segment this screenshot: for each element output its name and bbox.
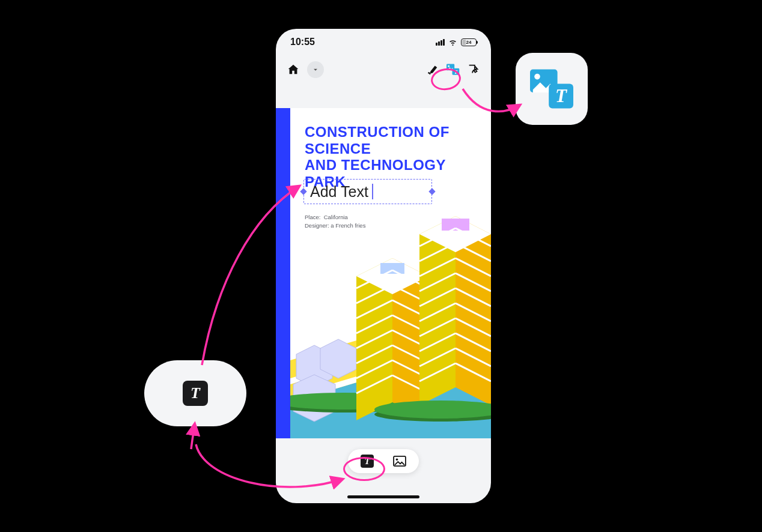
- chevron-down-icon: [311, 65, 320, 74]
- callout-image-text-tool: T: [516, 53, 588, 125]
- callout-text-tool: T: [144, 360, 246, 426]
- status-indicators: 24: [436, 38, 477, 46]
- wifi-icon: [448, 38, 458, 46]
- text-cursor: [372, 184, 373, 199]
- home-indicator: [347, 495, 419, 498]
- tool-segment: T: [348, 449, 419, 473]
- document-canvas[interactable]: CONSTRUCTION OF SCIENCE AND TECHNOLOGY P…: [276, 108, 491, 438]
- home-icon[interactable]: [287, 63, 300, 76]
- image-tool-button[interactable]: [383, 452, 416, 470]
- touch-select-icon[interactable]: [467, 63, 480, 76]
- svg-text:T: T: [555, 85, 568, 106]
- battery-level: 24: [466, 40, 472, 45]
- svg-point-60: [396, 459, 398, 461]
- dropdown-button[interactable]: [307, 61, 324, 78]
- callout-image-text-icon: T: [530, 69, 573, 109]
- phone-screenshot: 10:55 24: [276, 29, 491, 503]
- callout-text-tool-icon: T: [183, 381, 208, 406]
- svg-point-1: [448, 65, 450, 67]
- resize-handle-left[interactable]: [300, 188, 306, 195]
- status-bar: 10:55 24: [276, 29, 491, 55]
- isometric-illustration: [290, 198, 491, 438]
- svg-point-62: [534, 74, 540, 80]
- highlight-ring-bottom: [343, 457, 385, 481]
- svg-rect-16: [380, 263, 404, 274]
- image-tool-icon: [393, 456, 406, 467]
- cellular-icon: [436, 39, 445, 46]
- left-accent-stripe: [276, 108, 290, 438]
- status-time: 10:55: [290, 37, 315, 47]
- bottom-toolbar: T: [276, 438, 491, 503]
- battery-icon: 24: [461, 38, 477, 46]
